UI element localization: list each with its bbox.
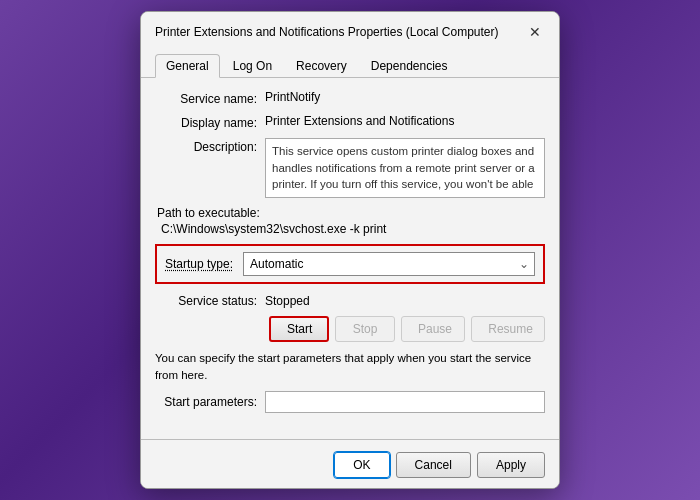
description-value: This service opens custom printer dialog… [265,138,545,198]
start-params-input[interactable] [265,391,545,413]
tab-dependencies[interactable]: Dependencies [360,54,459,77]
startup-section: Startup type: Automatic Automatic (Delay… [155,244,545,284]
tab-content: Service name: PrintNotify Display name: … [141,78,559,434]
tab-logon[interactable]: Log On [222,54,283,77]
startup-label: Startup type: [165,257,233,271]
hint-text: You can specify the start parameters tha… [155,350,545,382]
service-buttons-row: Start Stop Pause Resume [155,316,545,342]
close-button[interactable]: ✕ [525,22,545,42]
service-name-label: Service name: [155,90,265,106]
status-value: Stopped [265,294,310,308]
params-label: Start parameters: [155,395,265,409]
path-label: Path to executable: [157,206,543,220]
display-name-value: Printer Extensions and Notifications [265,114,545,128]
params-row: Start parameters: [155,391,545,413]
cancel-button[interactable]: Cancel [396,452,471,478]
tab-bar: General Log On Recovery Dependencies [141,46,559,78]
tab-recovery[interactable]: Recovery [285,54,358,77]
dialog-title: Printer Extensions and Notifications Pro… [155,25,499,39]
path-value: C:\Windows\system32\svchost.exe -k print [157,222,543,236]
startup-select-wrap: Automatic Automatic (Delayed Start) Manu… [243,252,535,276]
display-name-row: Display name: Printer Extensions and Not… [155,114,545,130]
service-name-row: Service name: PrintNotify [155,90,545,106]
resume-button[interactable]: Resume [471,316,545,342]
status-label: Service status: [155,294,265,308]
dialog-buttons: OK Cancel Apply [141,444,559,488]
service-name-value: PrintNotify [265,90,545,104]
properties-dialog: Printer Extensions and Notifications Pro… [140,11,560,488]
startup-type-select[interactable]: Automatic Automatic (Delayed Start) Manu… [243,252,535,276]
apply-button[interactable]: Apply [477,452,545,478]
bottom-divider [141,439,559,440]
description-row: Description: This service opens custom p… [155,138,545,198]
path-section: Path to executable: C:\Windows\system32\… [155,206,545,236]
display-name-label: Display name: [155,114,265,130]
description-label: Description: [155,138,265,154]
start-button[interactable]: Start [269,316,329,342]
stop-button[interactable]: Stop [335,316,395,342]
status-section: Service status: Stopped Start Stop Pause… [155,294,545,342]
tab-general[interactable]: General [155,54,220,78]
status-row: Service status: Stopped [155,294,545,308]
pause-button[interactable]: Pause [401,316,465,342]
ok-button[interactable]: OK [334,452,389,478]
title-bar: Printer Extensions and Notifications Pro… [141,12,559,42]
